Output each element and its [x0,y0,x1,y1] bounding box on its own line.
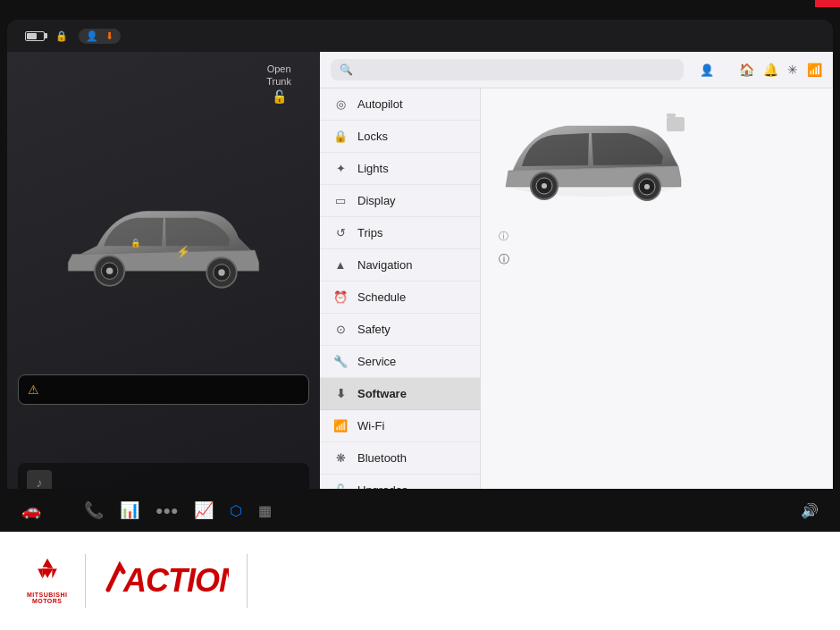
menu-item-schedule[interactable]: ⏰ Schedule [320,281,480,314]
svg-point-15 [644,184,650,189]
menu-item-lights[interactable]: ✦ Lights [320,153,480,185]
lock-icon: 🔒 [55,30,68,42]
left-panel: Open Trunk 🔓 [7,52,320,538]
mitsubishi-logo: MITSUBISHIMOTORS [27,558,67,604]
menu-item-wifi[interactable]: 📶 Wi-Fi [320,410,480,442]
svg-text:ACTION: ACTION [122,562,229,599]
svg-marker-24 [52,569,56,579]
standard-connectivity: ⓘ [495,252,819,267]
phone-icon-taskbar[interactable]: 📞 [84,500,104,520]
navigation-icon: ▲ [332,258,349,272]
mitsubishi-diamond-svg [31,558,63,590]
locks-label: Locks [357,130,388,143]
menu-item-autopilot[interactable]: ◎ Autopilot [320,88,480,121]
trips-icon: ↺ [332,226,349,239]
vehicle-svg-right [495,99,692,206]
software-label: Software [357,387,407,400]
car-labels: Open Trunk 🔓 [18,63,309,105]
search-icon: 🔍 [340,63,353,76]
svg-point-12 [542,183,547,189]
action-logo: ACTION [104,552,229,609]
trips-label: Trips [357,226,382,239]
svg-rect-17 [667,113,676,117]
safety-icon: ⊙ [332,323,349,336]
navigation-label: Navigation [357,258,412,272]
brand-bar: MITSUBISHIMOTORS ACTION [0,532,840,630]
alert-box: ⚠ [18,374,309,405]
profile-user-icon: 👤 [86,30,98,42]
lights-label: Lights [357,162,389,175]
menu-item-service[interactable]: 🔧 Service [320,346,480,378]
bluetooth-header-icon[interactable]: ✳ [787,63,798,77]
brand-banner [815,0,840,7]
svg-rect-16 [667,117,685,131]
safety-label: Safety [357,323,391,336]
bluetooth-icon-taskbar[interactable]: ⬡ [230,502,242,519]
volume-icon-taskbar[interactable]: 🔊 [801,502,819,519]
display-icon: ▭ [332,194,349,207]
settings-menu: ◎ Autopilot 🔒 Locks ✦ Lights ▭ Display [320,88,481,538]
apps2-icon-taskbar[interactable]: ▦ [258,502,272,519]
brand-divider-2 [247,554,248,608]
profile-badge[interactable]: 👤 ⬇ [79,29,121,44]
energy-icon-taskbar[interactable]: 📈 [194,500,214,520]
locks-icon: 🔒 [332,130,349,143]
autopilot-icon: ◎ [332,97,349,111]
taskbar: 🚗 📞 📊 ●●● 📈 ⬡ ▦ 🔊 [7,489,833,532]
autopilot-feature: ⓘ [495,230,819,243]
software-icon: ⬇ [332,387,349,400]
car-image-area: ⚡ 🔒 [18,166,309,309]
autopilot-label: Autopilot [357,97,403,111]
profile-download-icon: ⬇ [105,30,113,42]
wifi-label: Wi-Fi [357,419,384,433]
car-icon-taskbar[interactable]: 🚗 [21,500,41,520]
svg-point-6 [218,269,224,275]
main-screen: 🔒 👤 ⬇ Open Trunk 🔓 [7,20,833,538]
home-icon[interactable]: 🏠 [739,63,754,77]
mitsubishi-text: MITSUBISHIMOTORS [27,592,67,604]
menu-item-safety[interactable]: ⊙ Safety [320,314,480,346]
open-trunk-label[interactable]: Open Trunk 🔓 [266,63,291,105]
header-icons: 🏠 🔔 ✳ 📶 [739,63,822,77]
wifi-icon: 📶 [332,419,349,433]
bell-icon[interactable]: 🔔 [763,63,778,77]
settings-main: ◎ Autopilot 🔒 Locks ✦ Lights ▭ Display [320,88,833,538]
menu-item-locks[interactable]: 🔒 Locks [320,121,480,153]
svg-marker-22 [42,559,52,567]
audio-icon-taskbar[interactable]: 📊 [120,500,139,520]
bluetooth-label: Bluetooth [357,451,407,465]
menu-item-display[interactable]: ▭ Display [320,185,480,217]
schedule-label: Schedule [357,290,406,304]
svg-point-3 [106,267,113,273]
menu-item-trips[interactable]: ↺ Trips [320,217,480,249]
svg-marker-26 [47,569,52,579]
menu-item-software[interactable]: ⬇ Software [320,378,480,410]
vehicle-detail: ⓘ ⓘ [481,88,833,538]
autopilot-info-icon[interactable]: ⓘ [499,230,508,243]
right-panel: 🔍 👤 🏠 🔔 ✳ 📶 [320,52,833,538]
apps-icon-taskbar[interactable]: ●●● [155,503,178,517]
status-bar: 🔒 👤 ⬇ [7,20,833,52]
connectivity-info-icon[interactable]: ⓘ [499,252,509,267]
alert-icon: ⚠ [28,382,39,397]
search-bar-inner[interactable]: 🔍 [331,59,684,80]
svg-text:⚡: ⚡ [176,244,191,259]
menu-item-navigation[interactable]: ▲ Navigation [320,249,480,281]
main-content: Open Trunk 🔓 [7,52,833,538]
schedule-icon: ⏰ [332,290,349,304]
car-illustration: ⚡ 🔒 [47,166,280,309]
profile-header[interactable]: 👤 [700,63,725,77]
bluetooth-icon: ❋ [332,451,349,465]
service-icon: 🔧 [332,355,349,368]
brand-divider [85,554,86,608]
vehicle-image-right [495,99,692,210]
search-bar: 🔍 👤 🏠 🔔 ✳ 📶 [320,52,833,88]
action-svg-logo: ACTION [104,552,229,601]
menu-item-bluetooth[interactable]: ❋ Bluetooth [320,442,480,475]
profile-icon: 👤 [700,63,714,77]
service-label: Service [357,355,396,368]
svg-text:🔒: 🔒 [130,238,141,248]
battery-icon [25,31,45,41]
battery-info [21,31,45,41]
display-label: Display [357,194,396,207]
